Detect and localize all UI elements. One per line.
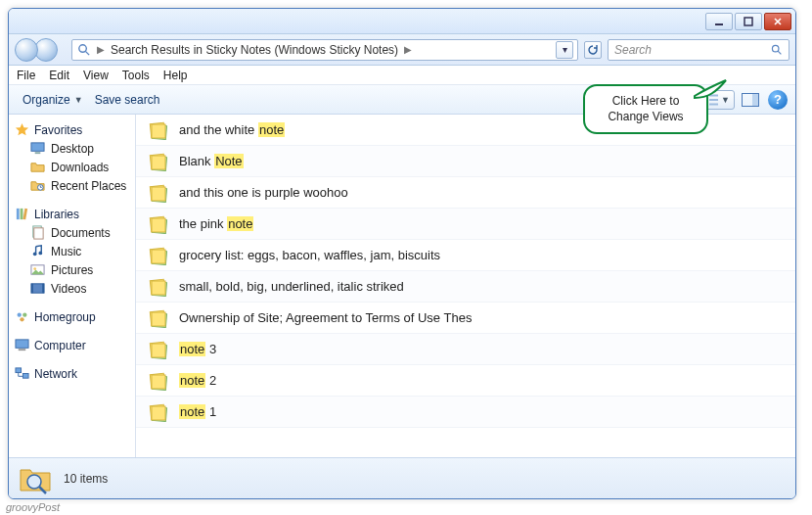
- chevron-down-icon: ▼: [74, 95, 83, 105]
- titlebar: [9, 9, 795, 34]
- svg-rect-12: [31, 143, 44, 151]
- results-list: and the white noteBlank Noteand this one…: [136, 115, 795, 457]
- result-row[interactable]: note 1: [136, 397, 795, 428]
- result-title: and the white note: [179, 122, 285, 137]
- sidebar-favorites-header[interactable]: Favorites: [9, 120, 135, 139]
- callout-text: Click Here to Change Views: [608, 94, 683, 123]
- refresh-button[interactable]: [584, 41, 602, 59]
- breadcrumb-text: Search Results in Sticky Notes (Windows …: [111, 43, 398, 57]
- search-icon: [770, 43, 783, 56]
- sticky-note-icon: [148, 308, 167, 328]
- sidebar-network-label: Network: [34, 367, 77, 381]
- organize-button[interactable]: Organize ▼: [17, 90, 89, 110]
- svg-rect-25: [31, 284, 33, 293]
- menu-edit[interactable]: Edit: [49, 69, 69, 82]
- result-row[interactable]: the pink note: [136, 209, 795, 240]
- result-title: note 1: [179, 404, 216, 419]
- result-row[interactable]: note 3: [136, 334, 795, 365]
- navbar: ▶ Search Results in Sticky Notes (Window…: [9, 34, 795, 66]
- watermark: groovyPost: [6, 501, 60, 513]
- svg-rect-60: [152, 375, 165, 389]
- sidebar-network-header[interactable]: Network: [9, 364, 135, 383]
- sidebar-item-label: Documents: [51, 226, 111, 240]
- sidebar-item-downloads[interactable]: Downloads: [9, 158, 135, 176]
- svg-rect-1: [744, 18, 752, 25]
- sidebar-item-label: Desktop: [51, 142, 94, 156]
- svg-rect-16: [21, 209, 23, 219]
- sidebar-item-desktop[interactable]: Desktop: [9, 139, 135, 158]
- sidebar-homegroup-header[interactable]: Homegroup: [9, 307, 135, 326]
- svg-point-28: [23, 312, 26, 316]
- computer-icon: [15, 338, 29, 352]
- sidebar-computer: Computer: [9, 336, 135, 354]
- svg-point-21: [38, 252, 42, 256]
- homegroup-icon: [15, 309, 29, 324]
- pictures-icon: [30, 262, 45, 277]
- callout-tail: [695, 84, 728, 108]
- result-title: and this one is purple woohoo: [179, 185, 348, 200]
- result-row[interactable]: small, bold, big, underlined, italic str…: [136, 271, 795, 303]
- result-title: note 2: [179, 373, 216, 388]
- result-row[interactable]: Ownership of Site; Agreement to Terms of…: [136, 303, 795, 334]
- sidebar-item-documents[interactable]: Documents: [9, 223, 135, 242]
- highlight: note: [258, 122, 285, 137]
- svg-rect-48: [152, 250, 165, 263]
- breadcrumb-dropdown[interactable]: ▾: [556, 41, 573, 59]
- sidebar-libraries-header[interactable]: Libraries: [9, 205, 135, 223]
- sidebar-item-label: Pictures: [51, 263, 93, 277]
- sidebar-item-recent[interactable]: Recent Places: [9, 176, 135, 195]
- preview-pane-icon: [742, 93, 759, 107]
- svg-rect-57: [152, 344, 165, 357]
- sidebar-computer-header[interactable]: Computer: [9, 336, 135, 354]
- close-button[interactable]: [764, 13, 791, 30]
- svg-rect-19: [34, 228, 43, 239]
- save-search-button[interactable]: Save search: [89, 90, 166, 110]
- result-row[interactable]: and this one is purple woohoo: [136, 177, 795, 209]
- downloads-icon: [30, 160, 45, 174]
- sidebar-item-label: Downloads: [51, 161, 109, 174]
- save-search-label: Save search: [95, 93, 160, 107]
- libraries-icon: [15, 207, 29, 221]
- highlight: note: [179, 373, 205, 388]
- highlight: Note: [214, 154, 243, 168]
- result-title: small, bold, big, underlined, italic str…: [179, 279, 404, 294]
- sticky-note-icon: [148, 152, 167, 171]
- back-button[interactable]: [15, 38, 38, 62]
- sidebar-libraries-label: Libraries: [34, 208, 79, 221]
- result-row[interactable]: note 2: [136, 365, 795, 397]
- svg-point-64: [27, 475, 41, 489]
- svg-rect-54: [152, 312, 165, 326]
- svg-rect-11: [752, 94, 758, 106]
- menu-file[interactable]: File: [17, 69, 35, 82]
- menu-view[interactable]: View: [83, 69, 109, 82]
- search-input[interactable]: Search: [608, 39, 789, 61]
- help-button[interactable]: ?: [768, 90, 788, 110]
- address-bar[interactable]: ▶ Search Results in Sticky Notes (Window…: [71, 39, 578, 61]
- preview-pane-button[interactable]: [739, 89, 762, 111]
- sidebar-item-music[interactable]: Music: [9, 242, 135, 260]
- help-glyph: ?: [774, 92, 782, 107]
- sidebar-item-pictures[interactable]: Pictures: [9, 260, 135, 279]
- sidebar: Favorites Desktop Downloads Recent Place…: [9, 115, 136, 457]
- svg-rect-33: [23, 374, 28, 379]
- result-row[interactable]: grocery list: eggs, bacon, waffles, jam,…: [136, 240, 795, 271]
- maximize-button[interactable]: [735, 13, 762, 30]
- sidebar-favorites: Favorites Desktop Downloads Recent Place…: [9, 120, 135, 195]
- search-folder-icon: [76, 42, 91, 57]
- result-row[interactable]: Blank Note: [136, 146, 795, 177]
- highlight: note: [179, 342, 205, 356]
- sidebar-computer-label: Computer: [34, 339, 86, 352]
- sticky-note-icon: [148, 120, 167, 140]
- sidebar-item-label: Music: [51, 245, 81, 258]
- svg-rect-31: [19, 349, 26, 351]
- svg-rect-24: [31, 284, 44, 293]
- sidebar-item-videos[interactable]: Videos: [9, 279, 135, 298]
- result-title: Ownership of Site; Agreement to Terms of…: [179, 310, 472, 325]
- sticky-note-icon: [148, 214, 167, 234]
- menu-help[interactable]: Help: [163, 69, 188, 82]
- minimize-button[interactable]: [705, 13, 733, 30]
- menu-tools[interactable]: Tools: [122, 69, 150, 82]
- result-title: note 3: [179, 342, 216, 356]
- highlight: note: [227, 216, 253, 231]
- svg-rect-13: [35, 152, 41, 154]
